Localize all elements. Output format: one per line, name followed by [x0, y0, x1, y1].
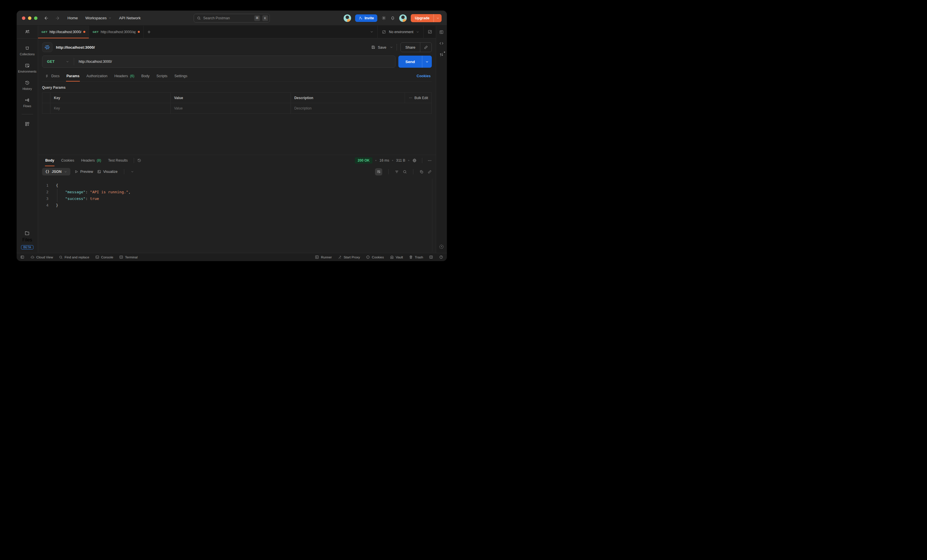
sidebar-item-collections[interactable]: Collections [20, 46, 35, 56]
avatar-cat-badge [403, 19, 406, 22]
workspace-avatar[interactable] [343, 14, 351, 22]
sidebar-item-environments[interactable]: Environments [18, 63, 36, 73]
response-tab-cookies[interactable]: Cookies [58, 155, 77, 166]
find-and-replace-button[interactable]: Find and replace [59, 255, 90, 259]
row-select-gutter [43, 103, 50, 114]
send-options-dropdown[interactable] [422, 56, 432, 68]
runner-icon [315, 255, 319, 259]
toggle-sidebar-button[interactable] [20, 255, 24, 259]
viewer-more-dropdown[interactable] [131, 170, 134, 173]
sidebar-item-workspace[interactable] [17, 26, 38, 38]
divider [388, 169, 389, 174]
sidebar-configure-blocks-button[interactable] [24, 121, 30, 127]
invite-button[interactable]: Invite [355, 14, 378, 22]
upgrade-label[interactable]: Upgrade [411, 14, 433, 22]
zoom-window-button[interactable] [34, 17, 38, 20]
start-proxy-button[interactable]: Start Proxy [337, 255, 360, 259]
timer-widget-icon[interactable] [439, 244, 444, 249]
notifications-bell-icon[interactable] [390, 15, 395, 20]
response-history-button[interactable] [137, 158, 141, 163]
request-config-tabs: Docs Params Authorization Headers (6) Bo… [42, 71, 432, 82]
response-tab-headers[interactable]: Headers (8) [78, 155, 104, 166]
sidebar-item-history[interactable]: History [23, 80, 32, 91]
tab-headers[interactable]: Headers (6) [111, 71, 138, 81]
share-button[interactable]: Share [401, 42, 420, 52]
url-input[interactable] [74, 60, 395, 64]
terminal-button[interactable]: Terminal [119, 255, 137, 259]
copy-response-button[interactable] [419, 170, 424, 174]
settings-gear-icon[interactable] [381, 15, 386, 20]
column-header-description: Description [291, 93, 405, 103]
forward-arrow-icon[interactable] [55, 15, 60, 21]
network-globe-icon[interactable] [412, 158, 417, 163]
notification-dot [444, 52, 445, 53]
trash-button[interactable]: Trash [409, 255, 423, 259]
request-activity-icon[interactable] [439, 52, 444, 57]
preview-button[interactable]: Preview [74, 170, 93, 174]
nav-api-network[interactable]: API Network [119, 16, 141, 20]
upgrade-dropdown[interactable] [433, 14, 442, 22]
help-button[interactable] [439, 255, 443, 259]
sidebar-item-flows[interactable]: Flows [23, 97, 31, 108]
sidebar-item-files[interactable]: Files BETA [21, 230, 33, 249]
save-dropdown-chevron[interactable] [390, 46, 393, 49]
status-badge[interactable]: 200 OK [355, 157, 372, 164]
tab-authorization[interactable]: Authorization [83, 71, 111, 81]
console-button[interactable]: Console [95, 255, 113, 259]
split-panel-button[interactable] [429, 255, 433, 259]
chevron-down-icon [390, 46, 393, 49]
beautify-filter-icon[interactable] [395, 170, 399, 174]
save-button[interactable]: Save [371, 45, 386, 50]
copy-link-button[interactable] [420, 42, 432, 52]
no-environment-icon [381, 30, 386, 34]
request-tab-active[interactable]: GET http://localhost:3000/ [38, 26, 89, 38]
upgrade-button[interactable]: Upgrade [411, 14, 442, 22]
documentation-panel-icon[interactable] [439, 30, 444, 35]
environment-quick-look-button[interactable] [424, 26, 436, 38]
vault-button[interactable]: Vault [390, 255, 403, 259]
divider [413, 169, 413, 174]
scrollbar-track[interactable] [432, 179, 432, 252]
nav-home[interactable]: Home [67, 16, 78, 20]
runner-button[interactable]: Runner [315, 255, 332, 259]
response-body-editor[interactable]: 1 2 3 4 { "message": "API is running.", … [38, 178, 436, 253]
response-more-actions-button[interactable] [427, 158, 432, 163]
sidebar-divider [21, 114, 33, 114]
send-button[interactable]: Send [398, 56, 432, 68]
cookies-button[interactable]: Cookies [366, 255, 384, 259]
user-avatar[interactable] [399, 14, 407, 22]
environment-selector[interactable]: No environment [378, 26, 424, 38]
tab-params[interactable]: Params [63, 71, 82, 81]
response-time[interactable]: 16 ms [379, 158, 389, 162]
format-selector[interactable]: {} JSON [42, 168, 70, 175]
method-selector[interactable]: GET [43, 56, 74, 67]
response-tab-body[interactable]: Body [42, 155, 57, 166]
param-description-input[interactable] [294, 106, 428, 110]
new-tab-button[interactable] [144, 26, 155, 38]
visualize-button[interactable]: Visualize [97, 170, 118, 174]
response-size[interactable]: 311 B [396, 158, 405, 162]
bulk-edit-button[interactable]: Bulk Edit [405, 93, 432, 103]
minimize-window-button[interactable] [28, 17, 32, 20]
param-key-input[interactable] [54, 106, 167, 110]
search-input[interactable] [203, 16, 252, 20]
global-search[interactable]: ⌘ K [194, 14, 270, 23]
tab-docs[interactable]: Docs [42, 71, 62, 81]
param-value-input[interactable] [174, 106, 287, 110]
code-snippet-icon[interactable] [439, 41, 444, 46]
request-tab[interactable]: GET http://localhost:3000/ap [89, 26, 144, 38]
tab-body[interactable]: Body [138, 71, 153, 81]
cloud-view-button[interactable]: Cloud View [30, 255, 53, 259]
response-tab-test-results[interactable]: Test Results [105, 155, 131, 166]
cookies-link[interactable]: Cookies [416, 74, 432, 78]
tab-scripts[interactable]: Scripts [153, 71, 171, 81]
back-arrow-icon[interactable] [44, 15, 49, 21]
preview-play-icon [74, 170, 78, 174]
nav-workspaces[interactable]: Workspaces [85, 16, 112, 20]
share-response-link-button[interactable] [427, 170, 432, 174]
tab-list-dropdown[interactable] [366, 26, 377, 38]
close-window-button[interactable] [22, 17, 25, 20]
word-wrap-toggle[interactable] [375, 168, 382, 175]
tab-settings[interactable]: Settings [171, 71, 190, 81]
search-in-body-button[interactable] [403, 170, 407, 174]
